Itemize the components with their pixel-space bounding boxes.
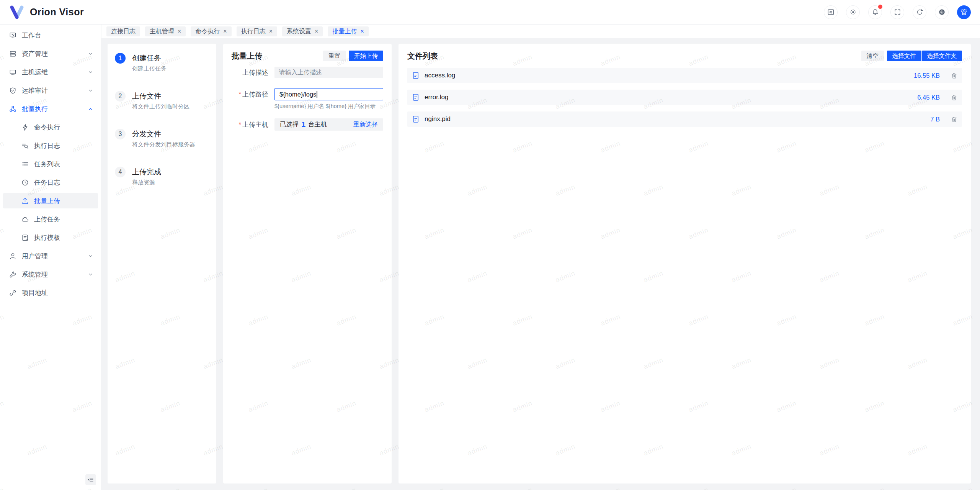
- fullscreen-icon: [894, 8, 901, 16]
- select-file-button[interactable]: 选择文件: [887, 51, 921, 61]
- delete-file-button[interactable]: [946, 72, 957, 79]
- upload-description-input[interactable]: [274, 67, 383, 78]
- path-help-text: ${username} 用户名 ${home} 用户家目录: [274, 103, 383, 110]
- step-title: 创建任务: [132, 53, 167, 64]
- app-logo: Orion Visor: [9, 5, 84, 20]
- sidebar-item-label: 用户管理: [22, 252, 48, 261]
- close-icon[interactable]: ×: [360, 28, 364, 34]
- sidebar-item-label: 命令执行: [34, 123, 60, 132]
- close-icon[interactable]: ×: [269, 28, 273, 34]
- file-name: access.log: [425, 72, 455, 79]
- wrench-icon: [9, 271, 16, 278]
- clear-files-button[interactable]: 清空: [861, 51, 884, 61]
- sidebar-item-command-execution[interactable]: 命令执行: [3, 120, 98, 135]
- step-distribute-files: 3 分发文件 将文件分发到目标服务器: [115, 129, 209, 167]
- hosts-label: 上传主机: [232, 120, 268, 129]
- upload-path-value: ${home}/logs: [279, 91, 316, 98]
- close-icon[interactable]: ×: [178, 28, 181, 34]
- server-icon: [9, 50, 16, 57]
- shield-check-icon: [9, 87, 16, 94]
- close-icon[interactable]: ×: [315, 28, 318, 34]
- reselect-hosts-link[interactable]: 重新选择: [353, 121, 378, 129]
- sidebar-item-label: 任务日志: [34, 178, 60, 187]
- refresh-button[interactable]: [913, 5, 926, 19]
- file-row: access.log 16.55 KB: [407, 68, 962, 83]
- file-size: 16.55 KB: [914, 72, 940, 79]
- delete-file-button[interactable]: [946, 116, 957, 123]
- step-upload-files: 2 上传文件 将文件上传到临时分区: [115, 91, 209, 129]
- content-area: 1 创建任务 创建上传任务 2 上传文件 将文件上传到临时分区 3 分发文件 将…: [101, 38, 980, 490]
- settings-button[interactable]: [935, 5, 949, 19]
- file-icon: [412, 93, 420, 101]
- file-icon: [412, 72, 420, 79]
- logo-v-icon: [9, 5, 24, 20]
- sidebar-item-ops-audit[interactable]: 运维审计: [3, 83, 98, 98]
- clock-icon: [21, 179, 29, 186]
- sidebar-item-asset-management[interactable]: 资产管理: [3, 46, 98, 61]
- step-number: 1: [115, 53, 126, 64]
- gear-icon: [938, 8, 946, 16]
- panel-title: 文件列表: [407, 51, 438, 61]
- selected-hosts-count: 1: [302, 120, 306, 129]
- tab-batch-upload[interactable]: 批量上传×: [328, 26, 368, 36]
- sidebar-item-system-management[interactable]: 系统管理: [3, 267, 98, 282]
- file-row: nginx.pid 7 B: [407, 111, 962, 127]
- step-title: 上传完成: [132, 167, 161, 177]
- tab-bar: 连接日志 主机管理× 命令执行× 执行日志× 系统设置× 批量上传×: [101, 25, 980, 38]
- file-icon: [412, 115, 420, 123]
- sidebar-item-workbench[interactable]: 工作台: [3, 28, 98, 43]
- tab-connection-log[interactable]: 连接日志: [106, 26, 140, 36]
- file-name: nginx.pid: [425, 115, 451, 123]
- chevron-down-icon: [88, 88, 93, 93]
- list-icon: [21, 161, 29, 168]
- file-name: error.log: [425, 93, 448, 101]
- sidebar-item-task-log[interactable]: 任务日志: [3, 175, 98, 190]
- sidebar-item-execution-template[interactable]: 执行模板: [3, 230, 98, 245]
- trash-icon: [951, 72, 957, 79]
- tab-host-management[interactable]: 主机管理×: [145, 26, 186, 36]
- sidebar-item-user-management[interactable]: 用户管理: [3, 248, 98, 264]
- sidebar-item-label: 上传任务: [34, 215, 60, 224]
- upload-icon: [21, 197, 29, 205]
- sidebar-item-task-list[interactable]: 任务列表: [3, 156, 98, 172]
- sidebar-item-upload-task[interactable]: 上传任务: [3, 211, 98, 227]
- tab-command-execution[interactable]: 命令执行×: [191, 26, 231, 36]
- sidebar-item-label: 系统管理: [22, 270, 48, 279]
- sidebar-menu: 工作台 资产管理 主机运维 运维审计 批量执行 命令执行: [0, 25, 101, 306]
- upload-path-input[interactable]: ${home}/logs: [274, 88, 383, 100]
- sidebar-item-label: 资产管理: [22, 49, 48, 58]
- step-number: 3: [115, 129, 126, 139]
- code-window-icon: [827, 8, 835, 16]
- step-number: 2: [115, 91, 126, 102]
- reset-button[interactable]: 重置: [323, 51, 346, 61]
- tab-system-settings[interactable]: 系统设置×: [282, 26, 323, 36]
- chevron-down-icon: [88, 253, 93, 259]
- sidebar-item-host-ops[interactable]: 主机运维: [3, 64, 98, 80]
- select-folder-button[interactable]: 选择文件夹: [922, 51, 962, 61]
- user-icon: [9, 252, 16, 260]
- step-description: 将文件上传到临时分区: [132, 103, 189, 110]
- sidebar-item-label: 执行日志: [34, 141, 60, 150]
- sidebar-item-project-address[interactable]: 项目地址: [3, 285, 98, 300]
- close-icon[interactable]: ×: [223, 28, 227, 34]
- sidebar-item-batch-execution[interactable]: 批量执行: [3, 101, 98, 116]
- theme-toggle-button[interactable]: [846, 5, 860, 19]
- sidebar-item-batch-upload[interactable]: 批量上传: [3, 193, 98, 208]
- chevron-down-icon: [88, 51, 93, 57]
- step-title: 上传文件: [132, 91, 189, 102]
- fullscreen-button[interactable]: [890, 5, 904, 19]
- selected-hosts-box: 已选择 1 台主机 重新选择: [274, 118, 383, 131]
- chevron-up-icon: [88, 106, 93, 112]
- sidebar-item-label: 任务列表: [34, 160, 60, 169]
- sidebar-item-execution-log[interactable]: 执行日志: [3, 138, 98, 153]
- start-upload-button[interactable]: 开始上传: [349, 51, 383, 61]
- chevron-down-icon: [88, 272, 93, 277]
- user-avatar[interactable]: 管: [957, 5, 971, 19]
- delete-file-button[interactable]: [946, 94, 957, 101]
- app-header: Orion Visor: [0, 0, 980, 25]
- sidebar-collapse-button[interactable]: [85, 474, 96, 485]
- notifications-button[interactable]: [868, 5, 882, 19]
- code-window-button[interactable]: [824, 5, 838, 19]
- notification-badge: [878, 5, 882, 9]
- tab-execution-log[interactable]: 执行日志×: [237, 26, 277, 36]
